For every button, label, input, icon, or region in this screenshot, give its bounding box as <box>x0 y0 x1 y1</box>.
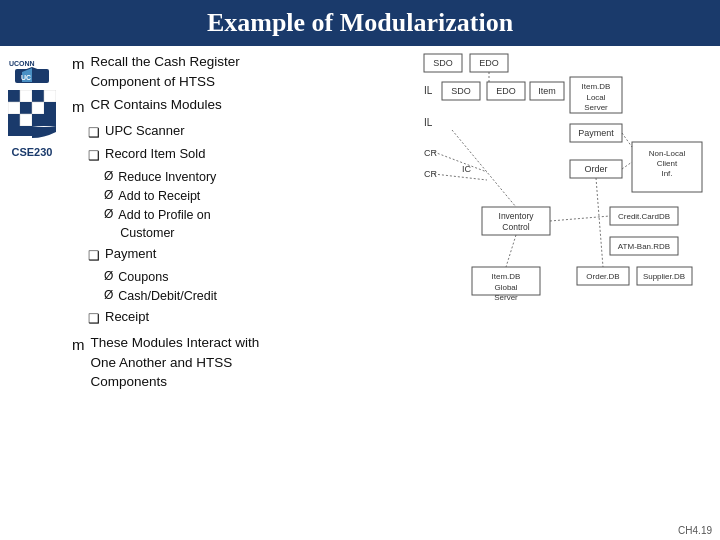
svg-rect-13 <box>44 102 56 114</box>
sub-item-receipt-label: Receipt <box>105 308 149 327</box>
svg-text:Non-Local: Non-Local <box>649 149 686 158</box>
sub-item-receipt: ❑ Receipt <box>88 308 412 329</box>
content-area: UCONN UC <box>0 46 720 540</box>
svg-text:Client: Client <box>657 159 678 168</box>
svg-rect-6 <box>8 90 20 102</box>
text-section: m Recall the Cash Register Component of … <box>72 52 412 534</box>
bullet-1-line1: Recall the Cash Register <box>91 54 240 69</box>
svg-text:Order: Order <box>584 164 607 174</box>
subsub-cash: Ø Cash/Debit/Credit <box>104 287 412 305</box>
subsub-profile-line1: Add to Profile on <box>118 208 210 222</box>
svg-text:Supplier.DB: Supplier.DB <box>643 272 685 281</box>
svg-text:Global: Global <box>494 283 517 292</box>
svg-rect-16 <box>32 114 56 126</box>
sub-sub-payment-list: Ø Coupons Ø Cash/Debit/Credit <box>104 268 412 305</box>
svg-rect-7 <box>20 90 32 102</box>
svg-text:Payment: Payment <box>578 128 614 138</box>
svg-text:ATM-Ban.RDB: ATM-Ban.RDB <box>618 242 670 251</box>
bullet-m-icon-2: m <box>72 96 85 118</box>
arrow-icon-4: Ø <box>104 268 113 285</box>
svg-rect-11 <box>20 102 32 114</box>
arrow-icon-3: Ø <box>104 206 113 223</box>
svg-text:Item.DB: Item.DB <box>582 82 611 91</box>
sub-sub-list: Ø Reduce Inventory Ø Add to Receipt Ø Ad… <box>104 168 412 243</box>
svg-text:Credit.CardDB: Credit.CardDB <box>618 212 670 221</box>
svg-text:Inventory: Inventory <box>499 211 535 221</box>
svg-text:UC: UC <box>21 74 31 81</box>
page-title: Example of Modularization <box>0 0 720 46</box>
bullet-2-label: CR Contains Modules <box>91 97 222 112</box>
shield-logo-icon <box>8 90 56 138</box>
svg-line-62 <box>622 162 632 169</box>
svg-line-63 <box>622 133 632 147</box>
arrow-icon-5: Ø <box>104 287 113 304</box>
bullet-1-line2: Component of HTSS <box>91 74 216 89</box>
sub-item-record: ❑ Record Item Sold <box>88 145 412 166</box>
svg-text:Server: Server <box>494 293 518 302</box>
subsub-profile-line2: Customer <box>118 226 174 240</box>
sidebar: UCONN UC <box>0 46 64 540</box>
bullet-3-line1: These Modules Interact with <box>91 335 260 350</box>
svg-text:Item: Item <box>538 86 556 96</box>
svg-text:IL: IL <box>424 85 433 96</box>
sub-item-upc-label: UPC Scanner <box>105 122 184 141</box>
subsub-coupons: Ø Coupons <box>104 268 412 286</box>
subsub-profile-text: Add to Profile on Customer <box>118 206 210 242</box>
svg-text:Inf.: Inf. <box>661 169 672 178</box>
subsub-receipt-label: Add to Receipt <box>118 187 200 205</box>
svg-rect-12 <box>32 102 44 114</box>
svg-rect-8 <box>32 90 44 102</box>
sub-item-payment: ❑ Payment <box>88 245 412 266</box>
sub-item-record-label: Record Item Sold <box>105 145 205 164</box>
svg-rect-9 <box>44 90 56 102</box>
slide-number: CH4.19 <box>678 525 712 536</box>
arrow-icon-2: Ø <box>104 187 113 204</box>
svg-rect-15 <box>20 114 32 126</box>
svg-text:IC: IC <box>462 164 472 174</box>
subsub-receipt: Ø Add to Receipt <box>104 187 412 205</box>
svg-text:Control: Control <box>502 222 530 232</box>
svg-text:SDO: SDO <box>451 86 471 96</box>
svg-line-66 <box>596 178 603 267</box>
bullet-2-text: CR Contains Modules <box>91 95 222 115</box>
bullet-1-text: Recall the Cash Register Component of HT… <box>91 52 240 91</box>
uconn-logo-icon: UCONN UC <box>7 54 57 86</box>
subsub-reduce: Ø Reduce Inventory <box>104 168 412 186</box>
subsub-reduce-label: Reduce Inventory <box>118 168 216 186</box>
sub-list: ❑ UPC Scanner ❑ Record Item Sold Ø Reduc… <box>88 122 412 329</box>
svg-text:UCONN: UCONN <box>9 60 35 67</box>
logo-area: UCONN UC <box>7 54 57 158</box>
sub-bullet-3-icon: ❑ <box>88 247 100 266</box>
bullet-m-icon-3: m <box>72 334 85 356</box>
sub-bullet-2-icon: ❑ <box>88 147 100 166</box>
sub-item-upc: ❑ UPC Scanner <box>88 122 412 143</box>
svg-rect-10 <box>8 102 20 114</box>
svg-text:SDO: SDO <box>433 58 453 68</box>
cse-label: CSE230 <box>12 146 53 158</box>
svg-text:EDO: EDO <box>479 58 499 68</box>
sub-bullet-1-icon: ❑ <box>88 124 100 143</box>
svg-text:Item.DB: Item.DB <box>492 272 521 281</box>
subsub-coupons-label: Coupons <box>118 268 168 286</box>
main-content: m Recall the Cash Register Component of … <box>64 46 720 540</box>
sub-bullet-4-icon: ❑ <box>88 310 100 329</box>
bullet-1: m Recall the Cash Register Component of … <box>72 52 412 91</box>
bullet-3: m These Modules Interact with One Anothe… <box>72 333 412 392</box>
svg-rect-14 <box>8 114 20 126</box>
svg-line-65 <box>550 216 610 221</box>
diagram-section: SDO EDO IL SDO EDO Item Item.DB <box>422 52 712 534</box>
bullet-3-line3: Components <box>91 374 168 389</box>
bullet-m-icon-1: m <box>72 53 85 75</box>
svg-text:Local: Local <box>586 93 605 102</box>
svg-line-64 <box>506 235 516 267</box>
svg-rect-17 <box>8 126 32 136</box>
subsub-cash-label: Cash/Debit/Credit <box>118 287 217 305</box>
subsub-profile: Ø Add to Profile on Customer <box>104 206 412 242</box>
bullet-3-line2: One Another and HTSS <box>91 355 233 370</box>
arrow-icon-1: Ø <box>104 168 113 185</box>
sub-item-payment-label: Payment <box>105 245 156 264</box>
svg-text:Order.DB: Order.DB <box>586 272 619 281</box>
bullet-3-text: These Modules Interact with One Another … <box>91 333 260 392</box>
svg-text:EDO: EDO <box>496 86 516 96</box>
svg-text:Server: Server <box>584 103 608 112</box>
